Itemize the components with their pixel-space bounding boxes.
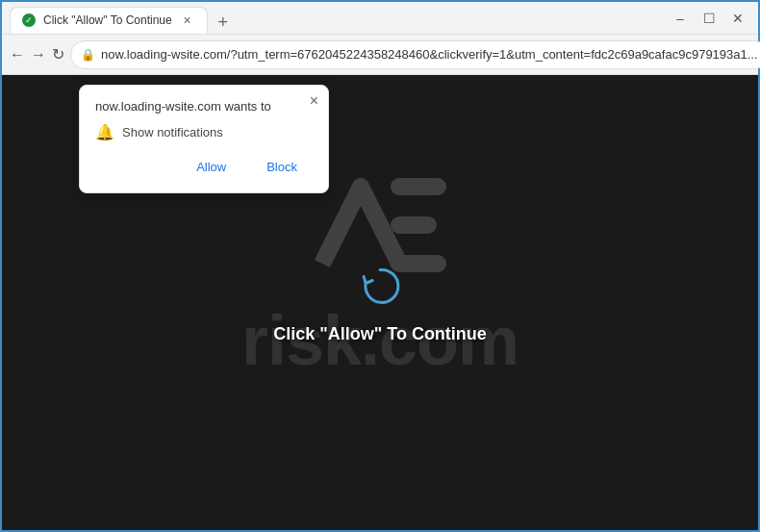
popup-site-text: now.loading-wsite.com wants to bbox=[95, 99, 313, 114]
address-bar[interactable]: 🔒 now.loading-wsite.com/?utm_term=676204… bbox=[70, 40, 760, 69]
bell-icon: 🔔 bbox=[95, 123, 114, 141]
tab-title: Click "Allow" To Continue bbox=[43, 13, 172, 27]
tab-favicon: ✓ bbox=[22, 13, 36, 27]
main-prompt-area: Click "Allow" To Continue bbox=[273, 262, 487, 343]
circular-arrow-icon bbox=[356, 262, 404, 310]
popup-close-button[interactable]: × bbox=[310, 93, 318, 109]
lock-icon: 🔒 bbox=[81, 48, 95, 62]
notification-popup: × now.loading-wsite.com wants to 🔔 Show … bbox=[79, 85, 329, 193]
minimize-button[interactable]: – bbox=[668, 6, 693, 31]
title-bar: ✓ Click "Allow" To Continue ✕ + – ☐ ✕ bbox=[2, 2, 758, 35]
maximize-button[interactable]: ☐ bbox=[697, 6, 722, 31]
tab-close-button[interactable]: ✕ bbox=[180, 13, 195, 28]
allow-button[interactable]: Allow bbox=[181, 155, 241, 179]
click-allow-label: Click "Allow" To Continue bbox=[273, 323, 487, 343]
address-text: now.loading-wsite.com/?utm_term=67620452… bbox=[101, 47, 758, 62]
browser-window: ✓ Click "Allow" To Continue ✕ + – ☐ ✕ ← … bbox=[0, 0, 760, 532]
new-tab-button[interactable]: + bbox=[212, 11, 235, 34]
close-button[interactable]: ✕ bbox=[725, 6, 750, 31]
popup-permission-row: 🔔 Show notifications bbox=[95, 123, 313, 141]
window-controls: – ☐ ✕ bbox=[668, 6, 750, 31]
navigation-bar: ← → ↻ 🔒 now.loading-wsite.com/?utm_term=… bbox=[2, 35, 758, 75]
block-button[interactable]: Block bbox=[251, 155, 313, 179]
tab-area: ✓ Click "Allow" To Continue ✕ + bbox=[10, 2, 660, 34]
page-content: risk.com Click "Allow" To Continue × now… bbox=[2, 75, 758, 530]
forward-button[interactable]: → bbox=[31, 41, 46, 68]
back-button[interactable]: ← bbox=[10, 41, 25, 68]
popup-permission-text: Show notifications bbox=[122, 125, 223, 139]
popup-buttons: Allow Block bbox=[95, 155, 313, 179]
refresh-button[interactable]: ↻ bbox=[52, 41, 64, 68]
active-tab[interactable]: ✓ Click "Allow" To Continue ✕ bbox=[10, 7, 208, 34]
